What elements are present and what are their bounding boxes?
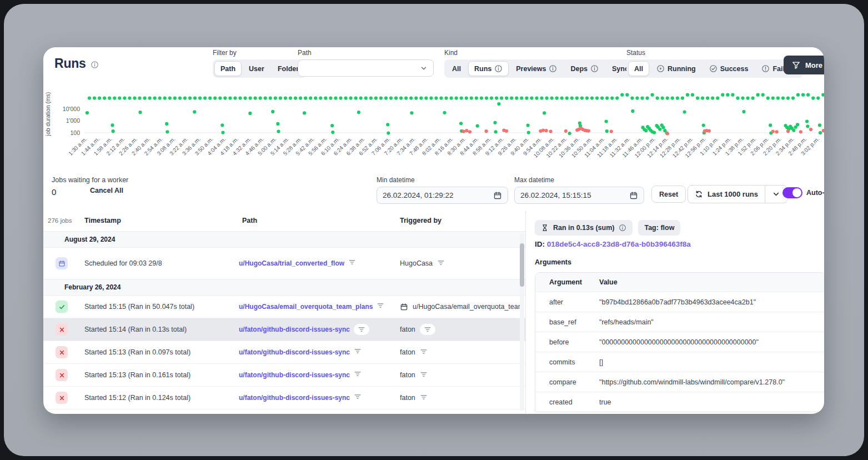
path-filter-button[interactable] bbox=[354, 347, 362, 357]
argument-value: "000000000000000000000000000000000000000… bbox=[599, 338, 759, 346]
chart-point-success bbox=[409, 96, 413, 99]
chart-point-success bbox=[543, 111, 546, 114]
chart-point-success bbox=[460, 96, 463, 99]
job-duration-chart[interactable]: job duration (ms)10'0001'0001001:30 a.m.… bbox=[43, 81, 824, 175]
filter-icon bbox=[354, 347, 362, 355]
path-filter-button[interactable] bbox=[354, 370, 362, 380]
status-option-running[interactable]: Running bbox=[650, 61, 702, 76]
arguments-title: Arguments bbox=[535, 258, 571, 266]
chart-point-success bbox=[389, 96, 393, 99]
status-badge-failure bbox=[56, 346, 68, 358]
chart-point-success bbox=[198, 96, 202, 99]
calendar-icon[interactable] bbox=[493, 191, 502, 200]
triggered-by-filter-button[interactable] bbox=[420, 324, 435, 335]
path-filter-button[interactable] bbox=[377, 302, 384, 312]
info-icon[interactable] bbox=[619, 224, 626, 232]
chart-point-failure bbox=[505, 129, 508, 133]
chart-point-success bbox=[314, 96, 317, 99]
path-filter-button[interactable] bbox=[354, 324, 369, 335]
divider bbox=[765, 186, 765, 203]
job-path-link[interactable]: u/HugoCasa/trial_converted_flow bbox=[239, 259, 344, 267]
chart-point-success bbox=[299, 96, 302, 99]
chart-point-success bbox=[223, 96, 227, 99]
chart-point-success bbox=[605, 119, 608, 123]
filter-by-option-path[interactable]: Path bbox=[214, 61, 242, 76]
cancel-all-button[interactable]: Cancel All bbox=[87, 186, 127, 195]
info-icon bbox=[590, 64, 599, 73]
job-row[interactable]: Scheduled for 09:03 29/8u/HugoCasa/trial… bbox=[43, 248, 525, 279]
status-option-all[interactable]: All bbox=[628, 61, 649, 76]
status-segmented: AllRunningSuccessFailure bbox=[626, 59, 803, 78]
job-triggered-by: faton bbox=[400, 318, 520, 341]
chart-point-success bbox=[821, 93, 824, 97]
chart-point-success bbox=[666, 96, 669, 99]
status-option-success[interactable]: Success bbox=[703, 61, 755, 76]
job-path-link[interactable]: u/HugoCasa/email_overquota_team_plans bbox=[239, 303, 373, 311]
job-row[interactable]: Started 15:12 (Ran in 0.124s total)u/fat… bbox=[43, 387, 525, 409]
argument-value: "b97b4bd12866a0b7adf77b3b4963d3acee4ca2b… bbox=[599, 298, 756, 306]
chart-point-success bbox=[248, 112, 252, 115]
job-row[interactable]: Started 15:14 (Ran in 0.13s total)u/fato… bbox=[43, 318, 525, 341]
x-icon bbox=[58, 372, 66, 379]
job-row[interactable]: Started 15:13 (Ran in 0.161s total)u/fat… bbox=[43, 364, 525, 387]
chart-ytick: 1'000 bbox=[66, 117, 81, 124]
filter-by-option-user[interactable]: User bbox=[243, 61, 270, 76]
argument-key: after bbox=[535, 298, 599, 306]
kind-option-deps[interactable]: Deps bbox=[564, 61, 605, 76]
chart-point-success bbox=[193, 96, 197, 99]
triggered-by-filter-button[interactable] bbox=[420, 348, 428, 357]
reset-button[interactable]: Reset bbox=[651, 186, 686, 203]
chevron-down-icon[interactable] bbox=[772, 190, 780, 198]
chart-point-success bbox=[238, 96, 242, 99]
chart-point-success bbox=[756, 93, 760, 97]
chart-point-success bbox=[450, 96, 453, 99]
path-filter-button[interactable] bbox=[348, 258, 356, 268]
chart-point-success bbox=[163, 96, 167, 99]
chart-point-success bbox=[658, 127, 661, 131]
job-row[interactable]: Started 15:15 (Ran in 50.047s total)u/Hu… bbox=[43, 296, 525, 318]
job-timestamp: Started 15:12 (Ran in 0.124s total) bbox=[84, 387, 190, 409]
chart-point-success bbox=[193, 110, 196, 113]
path-filter-button[interactable] bbox=[354, 393, 362, 403]
job-path-link[interactable]: u/faton/github-discord-issues-sync bbox=[239, 371, 350, 379]
min-datetime-input[interactable]: 26.02.2024, 01:29:22 bbox=[377, 187, 508, 204]
job-path-link[interactable]: u/faton/github-discord-issues-sync bbox=[239, 326, 350, 333]
job-path-link[interactable]: u/faton/github-discord-issues-sync bbox=[239, 348, 350, 356]
chart-point-success bbox=[304, 96, 307, 99]
chart-point-success bbox=[386, 123, 389, 126]
last-runs-button[interactable]: Last 1000 runs bbox=[688, 185, 787, 203]
chart-point-failure bbox=[775, 130, 779, 133]
triggered-by-filter-button[interactable] bbox=[420, 371, 428, 380]
job-timestamp: Started 15:13 (Ran in 0.097s total) bbox=[84, 341, 190, 363]
kind-option-previews[interactable]: Previews bbox=[510, 61, 563, 76]
column-timestamp: Timestamp bbox=[84, 217, 121, 224]
tag-badge: Tag: flow bbox=[638, 220, 680, 236]
chart-point-success bbox=[459, 122, 463, 125]
jobs-scrollbar-thumb[interactable] bbox=[520, 243, 524, 287]
chart-point-success bbox=[208, 96, 212, 99]
chart-point-failure bbox=[462, 129, 465, 133]
triggered-by-filter-button[interactable] bbox=[420, 393, 428, 403]
chart-point-success bbox=[379, 96, 383, 99]
argument-value: true bbox=[599, 398, 611, 406]
job-row[interactable]: Started 15:13 (Ran in 0.097s total)u/fat… bbox=[43, 341, 525, 364]
calendar-icon[interactable] bbox=[629, 191, 638, 200]
auto-refresh-toggle[interactable] bbox=[782, 187, 802, 198]
chart-point-success bbox=[600, 96, 604, 99]
job-path-link[interactable]: u/faton/github-discord-issues-sync bbox=[239, 394, 350, 402]
column-argument: Argument bbox=[535, 278, 599, 286]
info-icon[interactable] bbox=[91, 61, 99, 69]
chart-point-success bbox=[805, 119, 809, 123]
max-datetime-input[interactable]: 26.02.2024, 15:15:15 bbox=[514, 187, 644, 204]
chart-point-success bbox=[218, 96, 222, 99]
triggered-by-filter-button[interactable] bbox=[437, 259, 445, 268]
chart-point-success bbox=[570, 96, 574, 99]
kind-option-all[interactable]: All bbox=[446, 61, 467, 76]
filter-icon bbox=[358, 326, 365, 333]
kind-option-runs[interactable]: Runs bbox=[468, 61, 509, 76]
run-id-link[interactable]: 018de5c4-acc8-23d8-d76a-b0b396463f8a bbox=[547, 240, 691, 248]
chart-point-success bbox=[276, 122, 279, 126]
more-filters-button[interactable]: More f bbox=[784, 56, 824, 74]
path-select[interactable] bbox=[298, 59, 434, 77]
chart-point-success bbox=[364, 96, 368, 99]
